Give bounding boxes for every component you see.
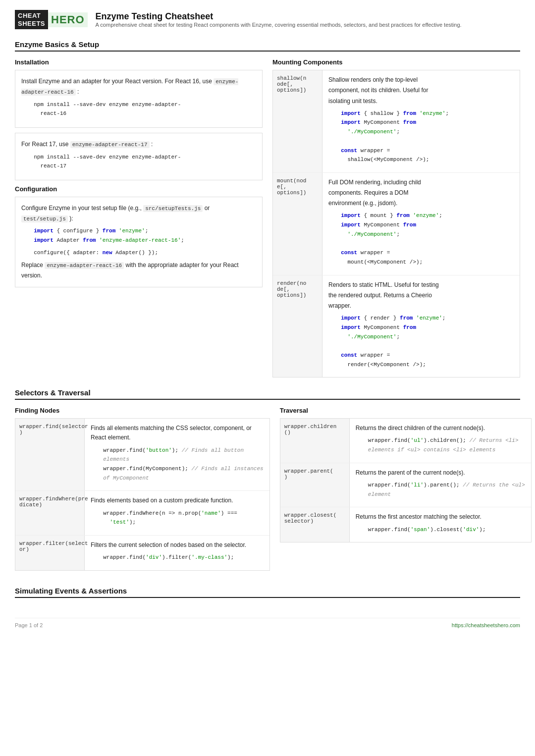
parent-desc: Returns the parent of the current node(s… bbox=[356, 468, 525, 478]
sel-row-find: wrapper.find(selector) Finds all element… bbox=[15, 419, 269, 491]
filter-desc: Filters the current selection of nodes b… bbox=[91, 540, 264, 550]
mount-desc-1: Full DOM rendering, including child bbox=[328, 178, 514, 187]
trav-desc-parent: Returns the parent of the current node(s… bbox=[350, 463, 531, 507]
sel-desc-find: Finds all elements matching the CSS sele… bbox=[85, 419, 269, 490]
shallow-desc-2: component, not its children. Useful for bbox=[328, 86, 514, 95]
shallow-desc-3: isolating unit tests. bbox=[328, 97, 514, 106]
selectors-section-title: Selectors & Traversal bbox=[15, 388, 520, 400]
children-desc: Returns the direct children of the curre… bbox=[356, 424, 525, 433]
render-desc-1: Renders to static HTML. Useful for testi… bbox=[328, 280, 514, 290]
footer-url[interactable]: https://cheatsheetshero.com bbox=[452, 622, 520, 628]
closest-code: wrapper.find('span').closest('div'); bbox=[362, 525, 525, 535]
children-code: wrapper.find('ul').children(); // Return… bbox=[362, 436, 525, 454]
closest-desc: Returns the first ancestor matching the … bbox=[356, 512, 525, 522]
install-code-2: npm install --save-dev enzyme enzyme-ada… bbox=[27, 153, 256, 171]
config-code-1: import { configure } from 'enzyme'; impo… bbox=[27, 226, 256, 245]
filter-code: wrapper.find('div').filter('.my-class'); bbox=[97, 553, 264, 562]
code-adapter-17: enzyme-adapter-react-17 bbox=[70, 141, 150, 148]
trav-method-parent: wrapper.parent() bbox=[280, 463, 350, 507]
page-subtitle: A comprehensive cheat sheet for testing … bbox=[96, 22, 462, 28]
logo-hero: HERO bbox=[48, 12, 88, 27]
traversal-table: wrapper.children() Returns the direct ch… bbox=[280, 418, 532, 542]
mount-desc-shallow: Shallow renders only the top-level compo… bbox=[322, 70, 520, 172]
findwhere-code: wrapper.findWhere(n => n.prop('name') ==… bbox=[97, 509, 264, 527]
page-footer: Page 1 of 2 https://cheatsheetshero.com bbox=[15, 618, 520, 628]
mount-row-mount: mount(node[,options]) Full DOM rendering… bbox=[273, 173, 520, 275]
findwhere-desc: Finds elements based on a custom predica… bbox=[91, 496, 264, 505]
finding-title: Finding Nodes bbox=[15, 407, 270, 414]
find-code-1: wrapper.find('button'); // Finds all but… bbox=[97, 446, 264, 483]
mount-method-shallow: shallow(node[,options]) bbox=[273, 70, 322, 172]
trav-row-parent: wrapper.parent() Returns the parent of t… bbox=[280, 463, 531, 508]
trav-desc-closest: Returns the first ancestor matching the … bbox=[350, 507, 531, 542]
sel-method-findwhere: wrapper.findWhere(predicate) bbox=[15, 491, 85, 535]
sel-row-filter: wrapper.filter(selector) Filters the cur… bbox=[15, 536, 269, 570]
installation-card-1: Install Enzyme and an adapter for your R… bbox=[15, 70, 263, 128]
logo-cheat: CHEATSHEETS bbox=[15, 10, 48, 29]
traversal-title: Traversal bbox=[280, 407, 532, 414]
install-code-1: npm install --save-dev enzyme enzyme-ada… bbox=[27, 100, 256, 118]
mount-method-render: render(node[,options]) bbox=[273, 275, 322, 378]
traversal-col: Traversal wrapper.children() Returns the… bbox=[280, 407, 532, 576]
mounting-title: Mounting Components bbox=[272, 58, 520, 66]
finding-table: wrapper.find(selector) Finds all element… bbox=[15, 418, 270, 571]
header-text: Enzyme Testing Cheatsheet A comprehensiv… bbox=[96, 11, 462, 28]
code-adapter-16: enzyme-adapter-react-16 bbox=[21, 78, 238, 96]
selectors-two-col: Finding Nodes wrapper.find(selector) Fin… bbox=[15, 407, 520, 576]
finding-col: Finding Nodes wrapper.find(selector) Fin… bbox=[15, 407, 270, 576]
trav-desc-children: Returns the direct children of the curre… bbox=[350, 419, 531, 463]
sel-desc-findwhere: Finds elements based on a custom predica… bbox=[85, 491, 269, 535]
mount-row-shallow: shallow(node[,options]) Shallow renders … bbox=[273, 70, 520, 173]
basics-section-title: Enzyme Basics & Setup bbox=[15, 40, 520, 52]
parent-code: wrapper.find('li').parent(); // Returns … bbox=[362, 481, 525, 499]
mount-row-render: render(node[,options]) Renders to static… bbox=[273, 275, 520, 378]
configuration-title: Configuration bbox=[15, 185, 263, 193]
render-desc-2: the rendered output. Returns a Cheerio bbox=[328, 291, 514, 300]
trav-method-children: wrapper.children() bbox=[280, 419, 350, 463]
install-text-1: Install Enzyme and an adapter for your R… bbox=[21, 76, 256, 97]
simulating-section-title: Simulating Events & Assertions bbox=[15, 587, 520, 598]
footer-page: Page 1 of 2 bbox=[15, 622, 43, 628]
trav-method-closest: wrapper.closest(selector) bbox=[280, 507, 350, 542]
config-code-2: configure({ adapter: new Adapter() }); bbox=[27, 248, 256, 258]
sel-desc-filter: Filters the current selection of nodes b… bbox=[85, 536, 269, 570]
shallow-code: import { shallow } from 'enzyme'; import… bbox=[334, 109, 514, 164]
mount-desc-mount: Full DOM rendering, including child comp… bbox=[322, 173, 520, 275]
page-title: Enzyme Testing Cheatsheet bbox=[96, 11, 462, 22]
code-replace: enzyme-adapter-react-16 bbox=[45, 262, 124, 269]
config-replace-text: Replace enzyme-adapter-react-16 with the… bbox=[21, 260, 256, 280]
configuration-card: Configure Enzyme in your test setup file… bbox=[15, 197, 263, 287]
render-desc-3: wrapper. bbox=[328, 301, 514, 311]
code-setup-2: test/setup.js bbox=[21, 216, 68, 222]
sel-row-findwhere: wrapper.findWhere(predicate) Finds eleme… bbox=[15, 491, 269, 536]
installation-card-2: For React 17, use enzyme-adapter-react-1… bbox=[15, 133, 263, 180]
sel-method-filter: wrapper.filter(selector) bbox=[15, 536, 85, 570]
config-text-1: Configure Enzyme in your test setup file… bbox=[21, 203, 256, 223]
code-setup-1: src/setupTests.js bbox=[143, 205, 203, 212]
find-desc: Finds all elements matching the CSS sele… bbox=[91, 424, 264, 442]
page-header: CHEATSHEETS HERO Enzyme Testing Cheatshe… bbox=[15, 10, 520, 29]
mount-desc-3: environment (e.g., jsdom). bbox=[328, 199, 514, 208]
sel-method-find: wrapper.find(selector) bbox=[15, 419, 85, 490]
shallow-desc-1: Shallow renders only the top-level bbox=[328, 75, 514, 85]
basics-left: Installation Install Enzyme and an adapt… bbox=[15, 58, 263, 378]
trav-row-children: wrapper.children() Returns the direct ch… bbox=[280, 419, 531, 463]
mounting-table: shallow(node[,options]) Shallow renders … bbox=[272, 70, 520, 378]
basics-right: Mounting Components shallow(node[,option… bbox=[272, 58, 520, 378]
basics-two-col: Installation Install Enzyme and an adapt… bbox=[15, 58, 520, 378]
mount-desc-render: Renders to static HTML. Useful for testi… bbox=[322, 275, 520, 378]
trav-row-closest: wrapper.closest(selector) Returns the fi… bbox=[280, 507, 531, 542]
installation-title: Installation bbox=[15, 58, 263, 66]
install-text-2: For React 17, use enzyme-adapter-react-1… bbox=[21, 139, 256, 150]
mount-desc-2: components. Requires a DOM bbox=[328, 188, 514, 198]
mount-code: import { mount } from 'enzyme'; import M… bbox=[334, 211, 514, 267]
logo: CHEATSHEETS HERO bbox=[15, 10, 88, 29]
mount-method-mount: mount(node[,options]) bbox=[273, 173, 322, 275]
render-code: import { render } from 'enzyme'; import … bbox=[334, 314, 514, 369]
